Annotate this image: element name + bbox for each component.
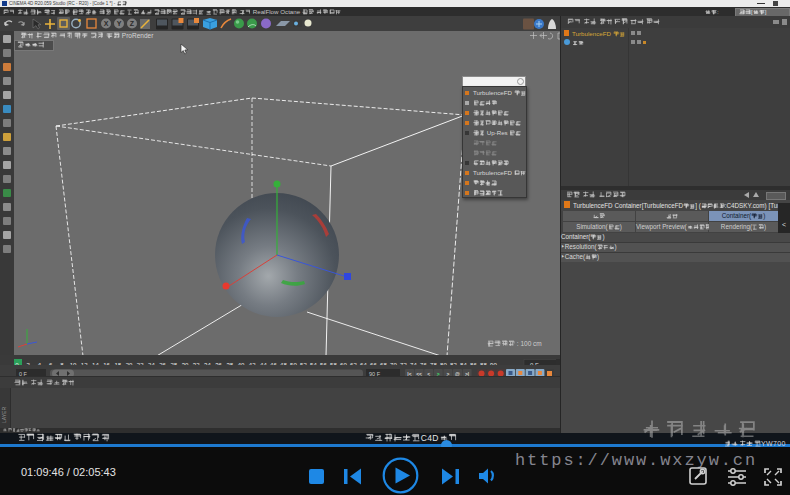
- svg-text:X: X: [104, 20, 109, 27]
- svg-text:Y: Y: [117, 20, 122, 27]
- svg-text:Z: Z: [130, 20, 135, 27]
